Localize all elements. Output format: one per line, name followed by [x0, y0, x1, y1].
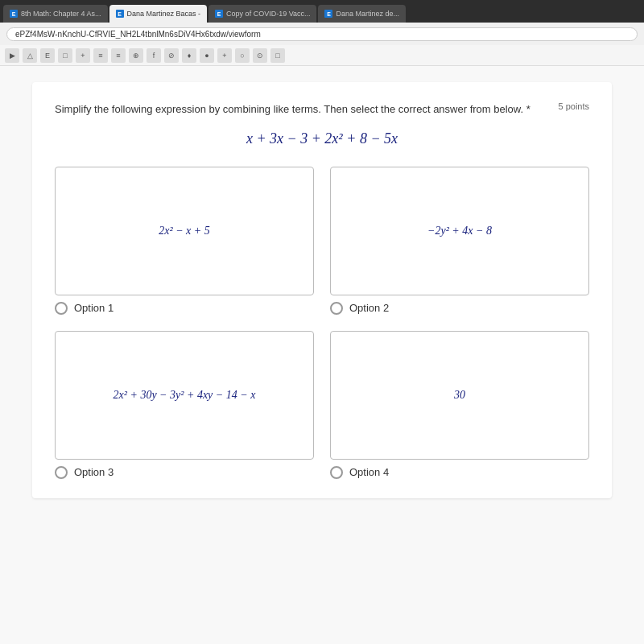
option-1-label: Option 1 [74, 302, 114, 314]
toolbar-btn-4[interactable]: □ [58, 48, 72, 63]
expression: x + 3x − 3 + 2x² + 8 − 5x [55, 130, 589, 147]
option-2-label: Option 2 [349, 302, 389, 314]
tab-3[interactable]: E Copy of COVID-19 Vacc... [208, 5, 316, 23]
option-2-content: −2y² + 4x − 8 [427, 225, 492, 237]
tab-icon-3: E [215, 10, 223, 18]
toolbar-row: ▶ △ E □ + ≡ ≡ ⊕ f ⊘ ♦ ● + ○ ⊙ □ [0, 45, 644, 66]
math-expression: x + 3x − 3 + 2x² + 8 − 5x [246, 130, 398, 147]
option-3-label: Option 3 [74, 466, 114, 478]
option-box-4[interactable]: 30 [330, 331, 589, 460]
option-item-4: 30 Option 4 [330, 331, 589, 479]
toolbar-btn-12[interactable]: ● [200, 48, 214, 63]
toolbar-btn-10[interactable]: ⊘ [164, 48, 179, 63]
tab-label-1: 8th Math: Chapter 4 As... [21, 10, 101, 18]
option-2-radio[interactable] [330, 302, 343, 315]
toolbar-btn-8[interactable]: ⊕ [129, 48, 143, 63]
toolbar-btn-2[interactable]: △ [23, 48, 37, 63]
toolbar-btn-3[interactable]: E [40, 48, 55, 63]
toolbar-btn-5[interactable]: + [76, 48, 90, 63]
toolbar-btn-14[interactable]: ○ [235, 48, 250, 63]
toolbar-btn-15[interactable]: ⊙ [253, 48, 267, 63]
option-4-content: 30 [454, 389, 465, 402]
option-1-content: 2x² − x + 5 [159, 225, 210, 237]
option-4-label: Option 4 [349, 466, 389, 478]
option-label-row-3: Option 3 [55, 466, 114, 479]
toolbar-btn-11[interactable]: ♦ [182, 48, 196, 63]
tab-bar: E 8th Math: Chapter 4 As... E Dana Marti… [0, 0, 644, 23]
question-text: Simplify the following expression by com… [55, 101, 551, 118]
option-3-radio[interactable] [55, 466, 68, 479]
tab-2[interactable]: E Dana Martinez Bacas - [109, 5, 208, 23]
page-content: Simplify the following expression by com… [0, 66, 644, 644]
option-label-row-2: Option 2 [330, 302, 389, 315]
tab-label-2: Dana Martinez Bacas - [127, 10, 201, 18]
option-item-3: 2x² + 30y − 3y² + 4xy − 14 − x Option 3 [55, 331, 314, 479]
question-container: Simplify the following expression by com… [32, 82, 612, 498]
toolbar-btn-1[interactable]: ▶ [5, 48, 19, 63]
tab-label-4: Dana Martinez de... [336, 10, 399, 18]
question-instruction: Simplify the following expression by com… [55, 103, 523, 115]
option-4-radio[interactable] [330, 466, 343, 479]
address-bar-row: ePZf4MsW-nKnchU-CfRVIE_NH2L4tbnlMn6sDiV4… [0, 23, 644, 45]
tab-4[interactable]: E Dana Martinez de... [318, 5, 406, 23]
toolbar-btn-9[interactable]: f [147, 48, 161, 63]
toolbar-btn-7[interactable]: ≡ [111, 48, 126, 63]
browser-chrome: E 8th Math: Chapter 4 As... E Dana Marti… [0, 0, 644, 66]
option-box-3[interactable]: 2x² + 30y − 3y² + 4xy − 14 − x [55, 331, 314, 460]
option-label-row-1: Option 1 [55, 302, 114, 315]
tab-icon-1: E [10, 10, 18, 18]
toolbar-btn-13[interactable]: + [217, 48, 232, 63]
address-text: ePZf4MsW-nKnchU-CfRVIE_NH2L4tbnlMn6sDiV4… [15, 30, 261, 39]
option-1-radio[interactable] [55, 302, 68, 315]
toolbar-btn-16[interactable]: □ [270, 48, 285, 63]
points-badge: 5 points [558, 101, 589, 111]
tab-label-3: Copy of COVID-19 Vacc... [226, 10, 310, 18]
tab-icon-4: E [324, 10, 332, 18]
question-header: Simplify the following expression by com… [55, 101, 589, 118]
option-box-1[interactable]: 2x² − x + 5 [55, 167, 314, 295]
options-grid: 2x² − x + 5 Option 1 −2y² + 4x − 8 Optio… [55, 167, 589, 479]
toolbar-btn-6[interactable]: ≡ [93, 48, 108, 63]
option-3-content: 2x² + 30y − 3y² + 4xy − 14 − x [114, 389, 256, 402]
tab-icon-2: E [116, 10, 124, 18]
option-item-1: 2x² − x + 5 Option 1 [55, 167, 314, 315]
option-item-2: −2y² + 4x − 8 Option 2 [330, 167, 589, 315]
address-bar[interactable]: ePZf4MsW-nKnchU-CfRVIE_NH2L4tbnlMn6sDiV4… [6, 27, 638, 41]
tab-1[interactable]: E 8th Math: Chapter 4 As... [3, 5, 108, 23]
option-box-2[interactable]: −2y² + 4x − 8 [330, 167, 589, 295]
question-required: * [526, 103, 530, 115]
option-label-row-4: Option 4 [330, 466, 389, 479]
